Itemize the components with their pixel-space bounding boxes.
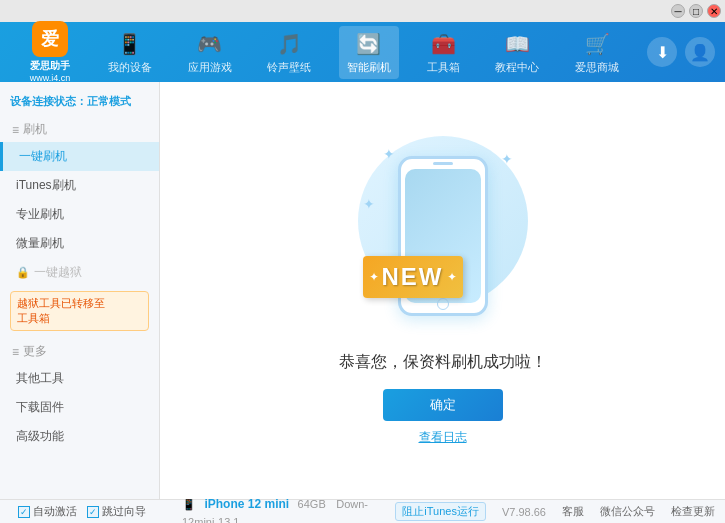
nav-items: 📱 我的设备 🎮 应用游戏 🎵 铃声壁纸 🔄 智能刷机 🧰 工具箱 📖 教程中心… — [90, 26, 637, 79]
nav-toolbox[interactable]: 🧰 工具箱 — [419, 26, 468, 79]
sidebar-item-jailbreak: 🔒 一键越狱 — [0, 258, 159, 287]
logo: 爱 爱思助手 www.i4.cn — [10, 21, 90, 83]
sidebar-item-itunes-flash[interactable]: iTunes刷机 — [0, 171, 159, 200]
logo-icon: 爱 — [32, 21, 68, 57]
header: 爱 爱思助手 www.i4.cn 📱 我的设备 🎮 应用游戏 🎵 铃声壁纸 🔄 … — [0, 22, 725, 82]
sidebar-item-onekey-flash[interactable]: 一键刷机 — [0, 142, 159, 171]
minimize-btn[interactable]: ─ — [671, 4, 685, 18]
user-btn[interactable]: 👤 — [685, 37, 715, 67]
wechat-link[interactable]: 微信公众号 — [600, 504, 655, 519]
content-area: ✦ ✦ ✦ ✦ NEW ✦ 恭喜您，保资料刷机成功啦！ 确定 查看日志 — [160, 82, 725, 499]
confirm-button[interactable]: 确定 — [383, 389, 503, 421]
new-badge-ribbon: ✦ NEW ✦ — [363, 256, 463, 306]
nav-tutorials-icon: 📖 — [503, 30, 531, 58]
nav-ringtones[interactable]: 🎵 铃声壁纸 — [259, 26, 319, 79]
logo-name: 爱思助手 — [30, 59, 70, 73]
nav-device-icon: 📱 — [116, 30, 144, 58]
auto-activate-check[interactable] — [18, 506, 30, 518]
sidebar-section-more: ≡ 更多 — [0, 339, 159, 364]
device-icon: 📱 — [182, 498, 196, 510]
new-ribbon-body: ✦ NEW ✦ — [363, 256, 463, 298]
maximize-btn[interactable]: □ — [689, 4, 703, 18]
success-illustration: ✦ ✦ ✦ ✦ NEW ✦ — [353, 136, 533, 336]
nav-toolbox-icon: 🧰 — [429, 30, 457, 58]
device-status: 设备连接状态：正常模式 — [0, 90, 159, 117]
phone-speaker — [433, 162, 453, 165]
bottom-right: 阻止iTunes运行 V7.98.66 客服 微信公众号 检查更新 — [395, 502, 715, 521]
download-btn[interactable]: ⬇ — [647, 37, 677, 67]
close-btn[interactable]: ✕ — [707, 4, 721, 18]
nav-shop-icon: 🛒 — [583, 30, 611, 58]
sidebar: 设备连接状态：正常模式 ≡ 刷机 一键刷机 iTunes刷机 专业刷机 微量刷机… — [0, 82, 160, 499]
check-update-link[interactable]: 检查更新 — [671, 504, 715, 519]
new-text: NEW — [382, 263, 444, 291]
main-content: 设备连接状态：正常模式 ≡ 刷机 一键刷机 iTunes刷机 专业刷机 微量刷机… — [0, 82, 725, 499]
sparkle-2: ✦ — [501, 151, 513, 167]
sidebar-section-flash: ≡ 刷机 — [0, 117, 159, 142]
bottom-left-section: 自动激活 跳过向导 — [10, 504, 170, 519]
title-bar: ─ □ ✕ — [0, 0, 725, 22]
sidebar-item-download-firmware[interactable]: 下载固件 — [0, 393, 159, 422]
sparkle-1: ✦ — [383, 146, 395, 162]
customer-service-link[interactable]: 客服 — [562, 504, 584, 519]
skip-guide-checkbox[interactable]: 跳过向导 — [87, 504, 146, 519]
header-right: ⬇ 👤 — [647, 37, 715, 67]
sidebar-item-other-tools[interactable]: 其他工具 — [0, 364, 159, 393]
success-title: 恭喜您，保资料刷机成功啦！ — [339, 352, 547, 373]
nav-apps-icon: 🎮 — [196, 30, 224, 58]
star-left: ✦ — [369, 270, 379, 284]
skip-guide-check[interactable] — [87, 506, 99, 518]
device-storage: 64GB — [298, 498, 326, 510]
version-label: V7.98.66 — [502, 506, 546, 518]
sidebar-item-advanced[interactable]: 高级功能 — [0, 422, 159, 451]
nav-my-device[interactable]: 📱 我的设备 — [100, 26, 160, 79]
visit-log-link[interactable]: 查看日志 — [419, 429, 467, 446]
lock-icon: 🔒 — [16, 266, 30, 279]
nav-flash-icon: 🔄 — [355, 30, 383, 58]
bottom-bar: 自动激活 跳过向导 📱 iPhone 12 mini 64GB Down-12m… — [0, 499, 725, 523]
nav-apps-games[interactable]: 🎮 应用游戏 — [180, 26, 240, 79]
nav-shop[interactable]: 🛒 爱思商城 — [567, 26, 627, 79]
sidebar-warning: 越狱工具已转移至 工具箱 — [10, 291, 149, 331]
sidebar-item-micro-flash[interactable]: 微量刷机 — [0, 229, 159, 258]
sidebar-item-pro-flash[interactable]: 专业刷机 — [0, 200, 159, 229]
nav-tutorials[interactable]: 📖 教程中心 — [487, 26, 547, 79]
nav-smart-flash[interactable]: 🔄 智能刷机 — [339, 26, 399, 79]
itunes-btn[interactable]: 阻止iTunes运行 — [395, 502, 486, 521]
star-right: ✦ — [447, 270, 457, 284]
sparkle-3: ✦ — [363, 196, 375, 212]
auto-activate-checkbox[interactable]: 自动激活 — [18, 504, 77, 519]
nav-ringtones-icon: 🎵 — [275, 30, 303, 58]
